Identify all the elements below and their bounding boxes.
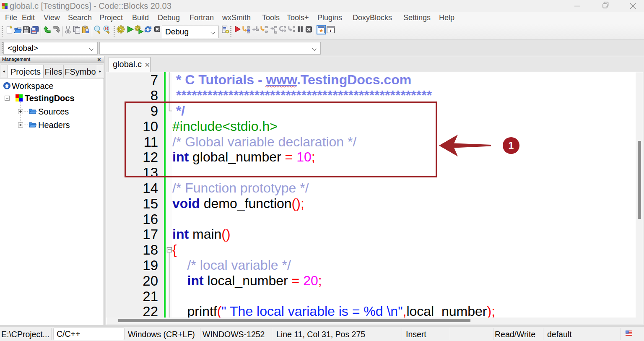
svg-text:R: R [105,26,109,31]
